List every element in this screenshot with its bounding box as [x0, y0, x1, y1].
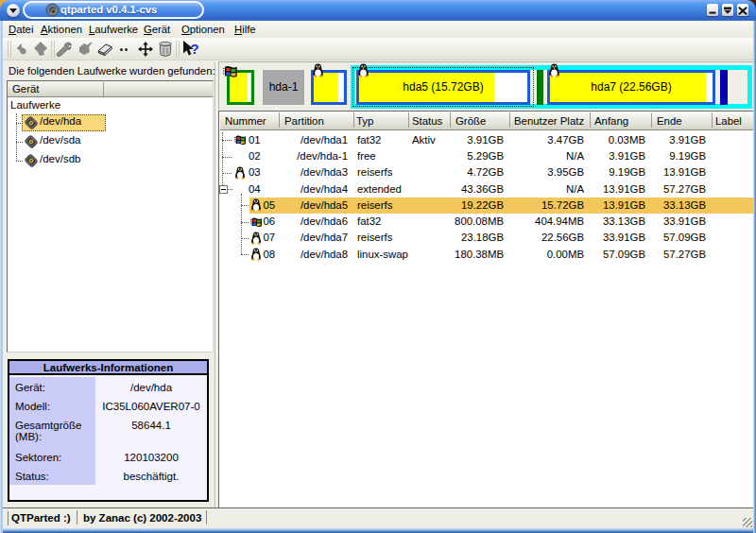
svg-text:?: ?: [191, 41, 199, 57]
